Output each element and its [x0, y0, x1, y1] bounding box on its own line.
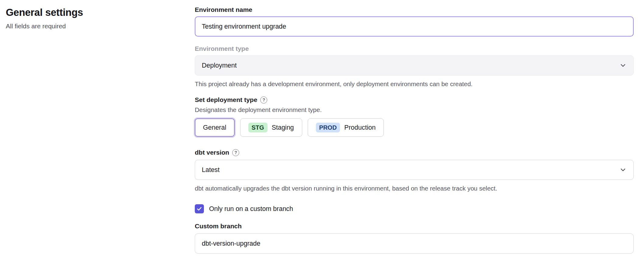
deployment-type-option-production-label: Production — [344, 124, 376, 132]
custom-branch-input[interactable] — [195, 233, 634, 254]
dbt-version-select[interactable]: Latest — [195, 160, 634, 180]
production-badge: PROD — [316, 123, 340, 132]
deployment-type-option-general[interactable]: General — [195, 118, 235, 137]
deployment-type-option-general-label: General — [203, 124, 226, 132]
environment-name-input[interactable] — [195, 16, 634, 37]
deployment-type-helper: Designates the deployment environment ty… — [195, 106, 634, 114]
general-settings-page: General settings All fields are required… — [0, 0, 644, 263]
environment-type-helper: This project already has a development e… — [195, 80, 634, 88]
dbt-version-group: dbt version ? Latest dbt automatically u… — [195, 149, 634, 192]
page-subtitle: All fields are required — [6, 23, 195, 30]
custom-branch-toggle-label[interactable]: Only run on a custom branch — [209, 205, 293, 213]
environment-type-label: Environment type — [195, 45, 634, 52]
chevron-down-icon — [620, 62, 626, 68]
dbt-version-value: Latest — [202, 166, 220, 174]
deployment-type-label: Set deployment type — [195, 96, 257, 103]
staging-badge: STG — [248, 123, 268, 132]
settings-header: General settings All fields are required — [6, 6, 195, 263]
custom-branch-toggle-row: Only run on a custom branch — [195, 204, 634, 213]
settings-form: Environment name Environment type Deploy… — [195, 6, 634, 263]
deployment-type-option-production[interactable]: PROD Production — [308, 118, 384, 137]
deployment-type-group: Set deployment type ? Designates the dep… — [195, 96, 634, 137]
deployment-type-options: General STG Staging PROD Production — [195, 118, 634, 137]
custom-branch-checkbox[interactable] — [195, 204, 204, 213]
deployment-type-option-staging[interactable]: STG Staging — [240, 118, 302, 137]
help-icon[interactable]: ? — [260, 96, 267, 103]
custom-branch-group: Custom branch — [195, 223, 634, 254]
environment-type-group: Environment type Deployment This project… — [195, 45, 634, 88]
dbt-version-label: dbt version — [195, 149, 229, 156]
custom-branch-label: Custom branch — [195, 223, 634, 230]
chevron-down-icon — [620, 167, 626, 173]
page-title: General settings — [6, 7, 195, 18]
environment-type-select[interactable]: Deployment — [195, 55, 634, 75]
environment-name-group: Environment name — [195, 6, 634, 37]
checkmark-icon — [196, 206, 202, 212]
help-icon[interactable]: ? — [232, 149, 239, 156]
deployment-type-option-staging-label: Staging — [272, 124, 294, 132]
environment-type-value: Deployment — [202, 62, 237, 69]
environment-name-label: Environment name — [195, 6, 634, 13]
dbt-version-helper: dbt automatically upgrades the dbt versi… — [195, 185, 634, 192]
